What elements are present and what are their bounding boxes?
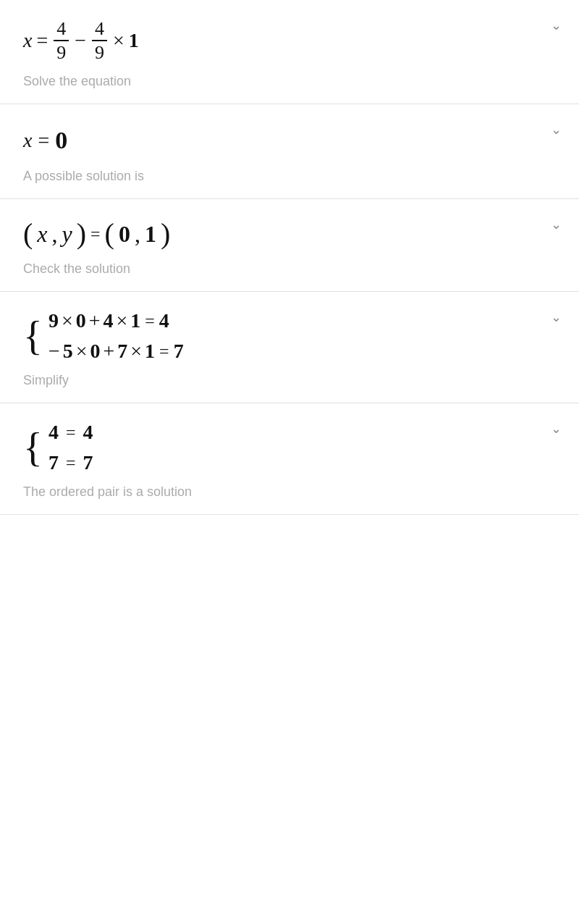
number-0-2: 0 bbox=[119, 217, 130, 251]
plus-1: + bbox=[89, 309, 101, 332]
minus-5: − bbox=[48, 340, 60, 363]
step5-label: The ordered pair is a solution bbox=[23, 484, 556, 500]
close-paren-1: ) bbox=[77, 219, 86, 248]
chevron-button-2[interactable]: ⌄ bbox=[551, 122, 562, 138]
step3-math: ( x , y ) = ( 0 , 1 ) bbox=[23, 217, 556, 251]
chevron-button-5[interactable]: ⌄ bbox=[551, 421, 562, 437]
close-paren-2: ) bbox=[161, 219, 170, 248]
step3-label: Check the solution bbox=[23, 261, 556, 277]
fraction-4-9-b: 4 9 bbox=[92, 17, 107, 64]
equals-sign-2: = bbox=[38, 125, 49, 156]
rhs-7: 7 bbox=[83, 451, 93, 474]
left-brace-2: { bbox=[23, 421, 43, 474]
fraction-4-9-a: 4 9 bbox=[54, 17, 69, 64]
coeff-7: 7 bbox=[117, 340, 127, 363]
result-4: 4 bbox=[159, 309, 169, 332]
equals-3: = bbox=[145, 311, 155, 331]
var-x-3: x bbox=[37, 217, 47, 251]
lhs-7: 7 bbox=[48, 451, 59, 474]
denominator-9-b: 9 bbox=[92, 41, 107, 64]
chevron-button-3[interactable]: ⌄ bbox=[551, 217, 562, 232]
numerator-4-a: 4 bbox=[54, 17, 69, 41]
simplified-line-2: 7 = 7 bbox=[48, 451, 93, 474]
equals-sign-1: = bbox=[36, 25, 48, 56]
val-0-1: 0 bbox=[76, 309, 86, 332]
brace-lines-1: 9 × 0 + 4 × 1 = 4 − 5 × 0 + 7 × 1 = 7 bbox=[48, 309, 184, 363]
step4-label: Simplify bbox=[23, 373, 556, 388]
var-x-2: x bbox=[23, 125, 32, 156]
numerator-4-b: 4 bbox=[92, 17, 107, 41]
equals-5: = bbox=[66, 423, 76, 442]
open-paren-2: ( bbox=[105, 219, 114, 248]
step-card-1: ⌄ x = 4 9 − 4 9 × 1 Solve the equation bbox=[0, 0, 579, 104]
step2-math: x = 0 bbox=[23, 122, 556, 159]
equals-4: = bbox=[159, 342, 169, 361]
val-1-1: 1 bbox=[130, 309, 140, 332]
step5-math: { 4 = 4 7 = 7 bbox=[23, 421, 556, 474]
rhs-4: 4 bbox=[83, 421, 93, 444]
val-0-2: 0 bbox=[90, 340, 100, 363]
comma-2: , bbox=[135, 217, 140, 251]
chevron-button-1[interactable]: ⌄ bbox=[551, 17, 562, 33]
times-3: × bbox=[76, 340, 88, 363]
step-card-4: ⌄ { 9 × 0 + 4 × 1 = 4 − 5 × 0 + 7 × bbox=[0, 292, 579, 403]
var-x: x bbox=[23, 25, 32, 56]
coeff-4: 4 bbox=[103, 309, 113, 332]
number-0: 0 bbox=[55, 122, 67, 159]
times-2: × bbox=[116, 309, 127, 332]
step1-label: Solve the equation bbox=[23, 74, 556, 89]
times-1: × bbox=[62, 309, 73, 332]
step-card-5: ⌄ { 4 = 4 7 = 7 The ordered pair is a so… bbox=[0, 403, 579, 515]
coeff-5: 5 bbox=[63, 340, 73, 363]
plus-2: + bbox=[103, 340, 114, 363]
var-y: y bbox=[62, 217, 72, 251]
step4-math: { 9 × 0 + 4 × 1 = 4 − 5 × 0 + 7 × 1 bbox=[23, 309, 556, 363]
result-7: 7 bbox=[174, 340, 184, 363]
val-1-2: 1 bbox=[145, 340, 155, 363]
step2-label: A possible solution is bbox=[23, 169, 556, 184]
equation-line-2: − 5 × 0 + 7 × 1 = 7 bbox=[48, 340, 184, 363]
comma-1: , bbox=[52, 217, 58, 251]
equation-line-1: 9 × 0 + 4 × 1 = 4 bbox=[48, 309, 184, 332]
number-1-a: 1 bbox=[129, 25, 139, 56]
number-1-b: 1 bbox=[145, 217, 156, 251]
simplified-line-1: 4 = 4 bbox=[48, 421, 93, 444]
equals-small: = bbox=[90, 221, 101, 247]
step-card-3: ⌄ ( x , y ) = ( 0 , 1 ) Check the soluti… bbox=[0, 199, 579, 292]
equals-6: = bbox=[66, 453, 76, 473]
minus-sign-1: − bbox=[75, 25, 86, 56]
times-sign-1: × bbox=[113, 25, 124, 56]
step-card-2: ⌄ x = 0 A possible solution is bbox=[0, 104, 579, 199]
times-4: × bbox=[130, 340, 142, 363]
lhs-4: 4 bbox=[48, 421, 59, 444]
coeff-9: 9 bbox=[48, 309, 59, 332]
brace-lines-2: 4 = 4 7 = 7 bbox=[48, 421, 93, 474]
chevron-button-4[interactable]: ⌄ bbox=[551, 309, 562, 325]
left-brace-1: { bbox=[23, 309, 43, 363]
open-paren-1: ( bbox=[23, 219, 33, 248]
denominator-9-a: 9 bbox=[54, 41, 69, 64]
step1-math: x = 4 9 − 4 9 × 1 bbox=[23, 17, 556, 64]
